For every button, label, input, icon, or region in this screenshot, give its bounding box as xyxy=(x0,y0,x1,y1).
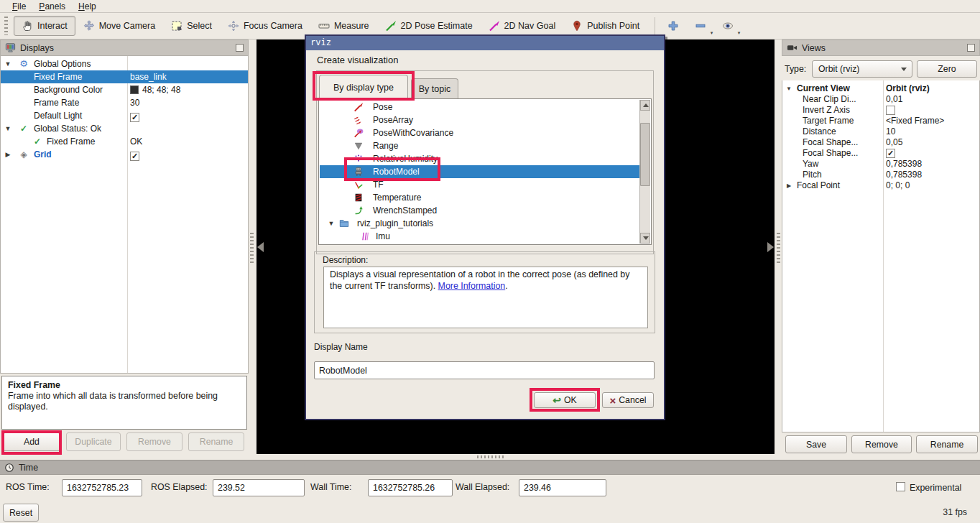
invert-z-checkbox[interactable] xyxy=(886,106,895,115)
time-panel-drag-handle[interactable] xyxy=(477,455,506,458)
list-item-temperature[interactable]: Temperature xyxy=(320,191,639,204)
more-information-link[interactable]: More Information xyxy=(438,281,506,291)
view-row-current-view[interactable]: ▼ Current View Orbit (rviz) xyxy=(782,83,979,94)
expander-open-icon[interactable]: ▼ xyxy=(785,83,792,94)
duplicate-display-button[interactable]: Duplicate xyxy=(66,432,121,451)
view-row-pitch[interactable]: Pitch 0,785398 xyxy=(782,170,979,180)
expander-closed-icon[interactable]: ▶ xyxy=(4,148,12,161)
view-row-distance[interactable]: Distance 10 xyxy=(782,126,979,137)
list-item-label: Range xyxy=(373,139,398,152)
remove-display-button[interactable]: Remove xyxy=(126,432,182,451)
view-type-combobox[interactable]: Orbit (rviz) xyxy=(812,60,912,78)
toolbar-drag-handle[interactable] xyxy=(4,17,8,35)
add-tool-button[interactable] xyxy=(662,18,684,34)
tab-by-topic[interactable]: By topic xyxy=(411,78,458,99)
view-row-value[interactable]: <Fixed Frame> xyxy=(886,116,944,126)
menu-file[interactable]: File xyxy=(6,1,32,12)
rename-display-button[interactable]: Rename xyxy=(188,432,244,451)
ros-time-input[interactable] xyxy=(62,479,142,496)
view-row-label: Near Clip Di... xyxy=(803,94,856,105)
tool-measure-button[interactable]: Measure xyxy=(310,16,377,36)
views-float-button[interactable] xyxy=(967,44,975,52)
view-row-value[interactable]: 0,05 xyxy=(886,137,902,148)
scrollbar-up-button[interactable] xyxy=(640,100,650,111)
wall-time-input[interactable] xyxy=(368,479,453,496)
zero-button-label: Zero xyxy=(938,64,956,74)
view-row-focal-shape-size[interactable]: Focal Shape... 0,05 xyxy=(782,137,979,148)
list-item-rviz-plugin-tutorials[interactable]: ▼ rviz_plugin_tutorials xyxy=(320,217,639,230)
tree-row-value[interactable]: base_link xyxy=(130,70,167,83)
tool-2d-pose-estimate-button[interactable]: 2D Pose Estimate xyxy=(377,16,481,36)
view-row-value[interactable]: 0,01 xyxy=(886,94,902,105)
tree-row-background-color[interactable]: Background Color 48; 48; 48 xyxy=(1,83,248,96)
zero-button[interactable]: Zero xyxy=(917,60,977,78)
range-cone-icon xyxy=(353,141,364,151)
tree-row-default-light[interactable]: Default Light ✓ xyxy=(1,109,248,122)
description-suffix: . xyxy=(505,281,507,291)
tool-2d-nav-goal-button[interactable]: 2D Nav Goal xyxy=(481,16,564,36)
default-light-checkbox[interactable]: ✓ xyxy=(130,113,139,122)
view-row-target-frame[interactable]: Target Frame <Fixed Frame> xyxy=(782,116,979,126)
scrollbar-thumb[interactable] xyxy=(640,123,650,186)
menu-help[interactable]: Help xyxy=(72,1,103,12)
tree-row-fixed-frame[interactable]: Fixed Frame base_link xyxy=(1,70,248,83)
list-item-imu[interactable]: Imu xyxy=(320,230,639,243)
display-name-input[interactable] xyxy=(314,361,655,379)
tool-select-button[interactable]: Select xyxy=(163,16,220,36)
tool-interact-button[interactable]: Interact xyxy=(14,16,75,36)
expander-open-icon[interactable]: ▼ xyxy=(4,122,12,135)
annotation-highlight-robotmodel xyxy=(344,157,440,181)
tree-row-frame-rate[interactable]: Frame Rate 30 xyxy=(1,96,248,109)
rename-view-button[interactable]: Rename xyxy=(916,435,978,453)
displays-float-button[interactable] xyxy=(236,44,244,52)
tree-row-grid[interactable]: ▶ ◈ Grid ✓ xyxy=(1,148,248,161)
view-row-value[interactable]: 0; 0; 0 xyxy=(886,180,910,191)
view-row-value[interactable]: 10 xyxy=(886,126,895,137)
tool-move-camera-button[interactable]: Move Camera xyxy=(75,16,164,36)
list-item-posewithcovariance[interactable]: PoseWithCovariance xyxy=(320,126,639,139)
wall-elapsed-label: Wall Elapsed: xyxy=(456,482,509,492)
list-item-range[interactable]: Range xyxy=(320,139,639,152)
ros-elapsed-input[interactable] xyxy=(213,479,305,496)
left-splitter-handle[interactable] xyxy=(250,233,254,264)
cancel-button[interactable]: × Cancel xyxy=(602,392,654,408)
expander-open-icon[interactable]: ▼ xyxy=(327,217,336,230)
scrollbar-down-button[interactable] xyxy=(640,233,650,244)
collapse-left-panel-arrow-icon[interactable] xyxy=(257,242,264,252)
focal-shape-checkbox[interactable]: ✓ xyxy=(886,149,895,158)
view-row-focal-point[interactable]: ▶ Focal Point 0; 0; 0 xyxy=(782,180,979,191)
remove-tool-button[interactable]: ▾ xyxy=(690,18,711,34)
tree-row-value[interactable]: 30 xyxy=(130,96,139,109)
save-view-button[interactable]: Save xyxy=(785,435,847,453)
wall-elapsed-input[interactable] xyxy=(519,479,606,496)
list-item-pose[interactable]: Pose xyxy=(320,101,639,114)
help-text: Frame into which all data is transformed… xyxy=(8,391,218,412)
list-item-posearray[interactable]: PoseArray xyxy=(320,114,639,126)
grid-enabled-checkbox[interactable]: ✓ xyxy=(130,152,139,161)
tree-row-global-status[interactable]: ▼ ✓ Global Status: Ok xyxy=(1,122,248,135)
collapse-right-panel-arrow-icon[interactable] xyxy=(767,242,774,252)
tool-visibility-button[interactable]: ▾ xyxy=(717,18,739,34)
list-item-wrenchstamped[interactable]: WrenchStamped xyxy=(320,204,639,217)
tree-row-label: Default Light xyxy=(34,109,82,122)
view-row-value[interactable]: 0,785398 xyxy=(886,159,922,170)
expander-closed-icon[interactable]: ▶ xyxy=(785,180,792,191)
view-row-invert-z[interactable]: Invert Z Axis xyxy=(782,105,979,116)
tool-publish-point-button[interactable]: Publish Point xyxy=(563,16,647,36)
right-splitter-handle[interactable] xyxy=(777,233,780,264)
experimental-checkbox[interactable] xyxy=(896,482,905,491)
menu-panels[interactable]: Panels xyxy=(32,1,72,12)
view-row-focal-shape-fixed[interactable]: Focal Shape... ✓ xyxy=(782,148,979,159)
view-row-yaw[interactable]: Yaw 0,785398 xyxy=(782,159,979,170)
tool-focus-camera-button[interactable]: Focus Camera xyxy=(220,16,310,36)
expander-open-icon[interactable]: ▼ xyxy=(4,57,12,70)
reset-button[interactable]: Reset xyxy=(3,504,39,522)
remove-view-button[interactable]: Remove xyxy=(851,435,912,453)
list-scrollbar[interactable] xyxy=(639,100,650,244)
dialog-titlebar[interactable]: rviz xyxy=(306,36,664,50)
tree-row-fixed-frame-status[interactable]: ✓ Fixed Frame OK xyxy=(1,135,248,148)
view-row-value[interactable]: 0,785398 xyxy=(886,170,922,180)
tree-row-global-options[interactable]: ▼ ⚙ Global Options xyxy=(1,57,248,70)
view-row-near-clip[interactable]: Near Clip Di... 0,01 xyxy=(782,94,979,105)
color-value[interactable]: 48; 48; 48 xyxy=(130,83,180,96)
